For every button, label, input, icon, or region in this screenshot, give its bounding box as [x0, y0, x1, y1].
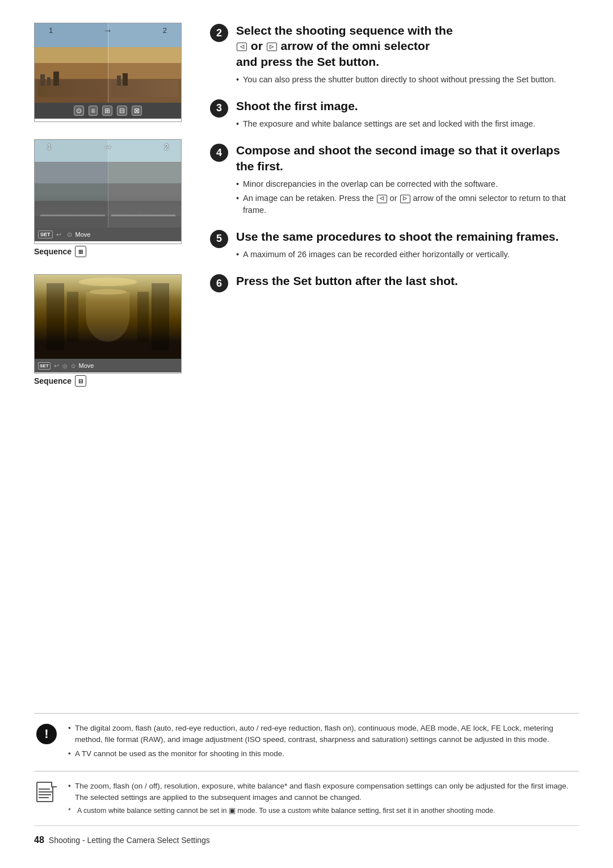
- toolbar3-circle2: ⊙: [71, 363, 75, 369]
- step-5-bullets: A maximum of 26 images can be recorded e…: [236, 249, 579, 261]
- set-button-icon: SET: [38, 230, 53, 238]
- step-5-bullet-1: A maximum of 26 images can be recorded e…: [236, 249, 579, 261]
- step-2-heading: Select the shooting sequence with the ◁ …: [236, 23, 579, 69]
- photo2-right: [108, 140, 181, 228]
- step-2-content: Select the shooting sequence with the ◁ …: [236, 23, 579, 88]
- set-button-icon-3: SET: [38, 362, 51, 370]
- step-5-number: 5: [210, 230, 228, 248]
- toolbar3-move-label: Move: [79, 362, 94, 369]
- note-line-2: [39, 791, 52, 792]
- note-doc-icon: [36, 782, 57, 804]
- warning-text: The digital zoom, flash (auto, red-eye r…: [68, 723, 579, 762]
- info-subnote: A custom white balance setting cannot be…: [68, 806, 579, 816]
- toolbar3-undo: ↩: [54, 362, 59, 370]
- step-2-block: 2 Select the shooting sequence with the …: [210, 23, 579, 88]
- info-bullet-1: The zoom, flash (on / off), resolution, …: [68, 781, 579, 804]
- toolbar3-circle1: ◎: [62, 363, 68, 369]
- camera-box-2-toolbar: SET ↩ ⊙ Move: [35, 228, 181, 241]
- camera-box-3: SET ↩ ◎ ⊙ Move: [34, 274, 182, 374]
- step-4-content: Compose and shoot the second image so th…: [236, 142, 579, 219]
- camera-box-1: 1 → 2: [34, 23, 182, 122]
- toolbar-move-label: Move: [75, 231, 91, 238]
- step-3-bullet-1: The exposure and white balance settings …: [236, 118, 579, 130]
- notes-section: ! The digital zoom, flash (auto, red-eye…: [34, 713, 579, 825]
- footer: 48 Shooting - Letting the Camera Select …: [34, 825, 579, 845]
- photo2-left: [35, 140, 108, 228]
- camera-box-2: 1 → 2: [34, 139, 182, 244]
- step-6-content: Press the Set button after the last shot…: [236, 273, 579, 293]
- right-column: 2 Select the shooting sequence with the …: [210, 23, 579, 707]
- step4-right-icon: ▷: [400, 195, 410, 203]
- sequence-icon-1: ⊞: [75, 246, 86, 257]
- step-3-content: Shoot the first image. The exposure and …: [236, 98, 579, 132]
- step-3-bullets: The exposure and white balance settings …: [236, 118, 579, 130]
- warning-icon: !: [36, 724, 57, 744]
- warning-icon-box: !: [34, 723, 59, 744]
- step-5-content: Use the same procedures to shoot the rem…: [236, 229, 579, 263]
- camera-box-1-toolbar: ⊙ ≡ ⊞ ⊟ ⊠: [35, 103, 181, 119]
- note-line-4: [39, 797, 49, 798]
- step-6-block: 6 Press the Set button after the last sh…: [210, 273, 579, 293]
- photo1-left: [35, 23, 108, 103]
- page: 1 → 2: [0, 0, 613, 868]
- warning-note: ! The digital zoom, flash (auto, red-eye…: [34, 713, 579, 771]
- camera-box-3-wrapper: SET ↩ ◎ ⊙ Move Sequence ⊟: [34, 274, 193, 387]
- note-doc-fold: [51, 782, 57, 787]
- step-5-heading: Use the same procedures to shoot the rem…: [236, 229, 579, 244]
- step-6-number: 6: [210, 274, 228, 292]
- toolbar-icon-5: ⊠: [132, 106, 142, 116]
- right-arrow-icon: ▷: [267, 43, 277, 51]
- photo2-arrow: →: [103, 141, 113, 153]
- sequence-label-1: Sequence ⊞: [34, 246, 193, 257]
- camera-box-3-toolbar: SET ↩ ◎ ⊙ Move: [35, 359, 181, 372]
- warning-bullet-2: A TV cannot be used as the monitor for s…: [68, 748, 579, 760]
- toolbar-icon-1: ⊙: [74, 106, 84, 116]
- step-4-block: 4 Compose and shoot the second image so …: [210, 142, 579, 219]
- info-note-text: The zoom, flash (on / off), resolution, …: [68, 781, 579, 816]
- toolbar-icon-2: ≡: [89, 106, 97, 116]
- step4-left-icon: ◁: [377, 195, 387, 203]
- toolbar-icon-4: ⊟: [117, 106, 127, 116]
- step-2-bullets: You can also press the shutter button di…: [236, 74, 579, 86]
- camera-box-2-wrapper: 1 → 2: [34, 139, 193, 257]
- step-6-heading: Press the Set button after the last shot…: [236, 273, 579, 288]
- photo2-num2: 2: [165, 142, 169, 151]
- photo1-num1: 1: [49, 26, 53, 35]
- note-icon-box: [34, 781, 59, 804]
- main-content: 1 → 2: [34, 23, 579, 707]
- photo1-right: [108, 23, 181, 103]
- step-3-heading: Shoot the first image.: [236, 98, 579, 114]
- step-3-block: 3 Shoot the first image. The exposure an…: [210, 98, 579, 132]
- footer-page-number: 48: [34, 835, 44, 845]
- sequence-icon-2: ⊟: [75, 375, 86, 387]
- note-line-3: [39, 794, 51, 795]
- note-line-1: [39, 789, 50, 790]
- toolbar-icon-3: ⊞: [102, 106, 112, 116]
- photo1-num2: 2: [163, 26, 167, 35]
- step-5-block: 5 Use the same procedures to shoot the r…: [210, 229, 579, 263]
- step-2-bullet-1: You can also press the shutter button di…: [236, 74, 579, 86]
- photo2-num1: 1: [47, 142, 51, 151]
- step-2-number: 2: [210, 24, 228, 42]
- left-arrow-icon: ◁: [237, 43, 247, 51]
- footer-text: Shooting - Letting the Camera Select Set…: [49, 836, 210, 845]
- step-4-heading: Compose and shoot the second image so th…: [236, 142, 579, 174]
- step-4-bullet-2: An image can be retaken. Press the ◁ or …: [236, 192, 579, 216]
- info-note: The zoom, flash (on / off), resolution, …: [34, 771, 579, 825]
- toolbar-circle-icon: ⊙: [67, 231, 72, 238]
- step-4-bullet-1: Minor discrepancies in the overlap can b…: [236, 178, 579, 190]
- or-text: or: [251, 39, 266, 52]
- step-3-number: 3: [210, 99, 228, 118]
- toolbar-undo-icon: ↩: [56, 231, 61, 238]
- step-4-bullets: Minor discrepancies in the overlap can b…: [236, 178, 579, 216]
- step-4-number: 4: [210, 144, 228, 162]
- sequence-label-2: Sequence ⊟: [34, 375, 193, 387]
- photo1-arrow: →: [103, 26, 112, 36]
- photo3: [35, 275, 181, 359]
- warning-bullet-1: The digital zoom, flash (auto, red-eye r…: [68, 723, 579, 746]
- left-column: 1 → 2: [34, 23, 193, 707]
